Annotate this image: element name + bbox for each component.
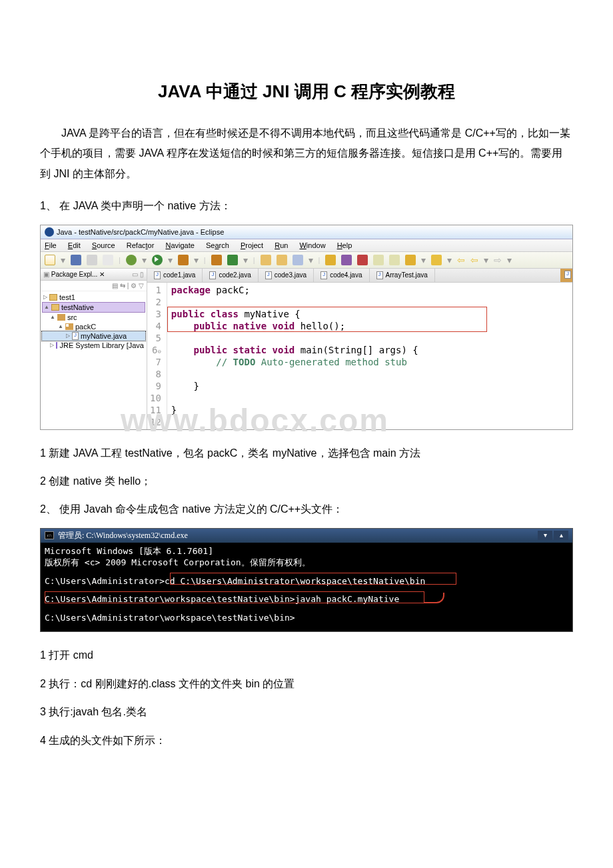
highlight-class-native [167, 307, 487, 332]
cmd-output: Microsoft Windows [版本 6.1.7601] 版权所有 <c>… [41, 543, 572, 632]
editor-tabs[interactable]: code1.java code2.java code3.java code4.j… [147, 269, 572, 283]
menu-run[interactable]: Run [275, 241, 288, 249]
new-icon[interactable] [45, 255, 55, 265]
tree-src[interactable]: ▲src [42, 313, 145, 322]
pin-icon[interactable] [431, 255, 442, 265]
step-1: 1、 在 JAVA 类中声明一个 native 方法： [40, 196, 573, 216]
fwd-icon[interactable]: ⇨ [494, 255, 502, 265]
cmd-icon: c:\ [45, 531, 54, 539]
annotation-icon[interactable] [373, 255, 384, 265]
tab-code3[interactable]: code3.java [259, 269, 314, 282]
note-2-1: 1 打开 cmd [40, 645, 573, 665]
tree-java-file[interactable]: ▷myNative.java [42, 331, 145, 341]
debug-icon[interactable] [126, 255, 137, 265]
dropdown-icon[interactable]: ▾ [421, 255, 426, 265]
arrow-annotation [424, 593, 444, 603]
search-icon[interactable] [325, 255, 336, 265]
intro-paragraph: JAVA 是跨平台的语言，但在有些时候还是不得不调用本地代码，而且这些代码通常是… [40, 123, 573, 184]
tab-code1[interactable]: code1.java [147, 269, 203, 282]
extrun-icon[interactable] [178, 255, 189, 265]
dropdown-icon[interactable]: ▾ [194, 255, 199, 265]
task-icon[interactable] [341, 255, 352, 265]
newclass-icon[interactable] [227, 255, 238, 265]
tree-project-testnative[interactable]: ▲testNative [42, 302, 145, 313]
line-gutter: 123456⊖789101112 [147, 283, 167, 429]
note-2-2: 2 执行：cd 刚刚建好的.class 文件的文件夹 bin 的位置 [40, 674, 573, 694]
newpkg-icon[interactable] [211, 255, 222, 265]
menu-help[interactable]: Help [337, 241, 352, 249]
eclipse-screenshot: Java - testNative/src/packC/myNative.jav… [40, 225, 573, 430]
menu-source[interactable]: Source [92, 241, 115, 249]
page-title: JAVA 中通过 JNI 调用 C 程序实例教程 [40, 80, 573, 103]
menu-edit[interactable]: Edit [68, 241, 81, 249]
menu-window[interactable]: Window [299, 241, 325, 249]
menu-search[interactable]: Search [206, 241, 229, 249]
highlight-javah [45, 591, 424, 603]
back-icon[interactable]: ⇦ [457, 255, 465, 265]
opentype-icon[interactable] [277, 255, 287, 265]
note-1-1: 1 新建 JAVA 工程 testNative，包名 packC，类名 myNa… [40, 443, 573, 463]
tab-code4[interactable]: code4.java [314, 269, 369, 282]
eclipse-menubar[interactable]: File Edit Source Refactor Navigate Searc… [41, 239, 572, 252]
editor-area: code1.java code2.java code3.java code4.j… [147, 269, 572, 429]
eclipse-titlebar: Java - testNative/src/packC/myNative.jav… [41, 225, 572, 239]
cmd-screenshot: c:\ 管理员: C:\Windows\system32\cmd.exe ▾ ▴… [40, 528, 573, 633]
nav-icon[interactable] [405, 255, 416, 265]
run-icon[interactable] [152, 255, 163, 265]
annotation2-icon[interactable] [389, 255, 400, 265]
saveall-icon[interactable] [87, 255, 97, 265]
tree-package[interactable]: ▲packC [42, 322, 145, 331]
cmd-titlebar: c:\ 管理员: C:\Windows\system32\cmd.exe ▾ ▴ [41, 529, 572, 543]
minimize-button[interactable]: ▾ [538, 531, 552, 540]
eclipse-icon [45, 227, 54, 237]
save-icon[interactable] [71, 255, 81, 265]
tab-code2[interactable]: code2.java [203, 269, 258, 282]
code-content[interactable]: package packC; public class myNative { p… [167, 283, 422, 429]
side-tab-label[interactable]: Package Expl... [51, 271, 97, 278]
dropdown-icon[interactable]: ▾ [61, 255, 65, 265]
dropdown-icon[interactable]: ▾ [308, 255, 313, 265]
highlight-cd-path [170, 573, 456, 585]
maximize-button[interactable]: ▴ [554, 531, 568, 540]
stop-icon[interactable] [357, 255, 368, 265]
explorer-toolbar[interactable]: ▤ ⇆ | ⚙ ▽ [41, 281, 147, 291]
note-1-2: 2 创建 native 类 hello； [40, 471, 573, 491]
dropdown-icon[interactable]: ▾ [447, 255, 452, 265]
wand-icon[interactable] [293, 255, 303, 265]
dropdown-icon[interactable]: ▾ [507, 255, 512, 265]
eclipse-window-title: Java - testNative/src/packC/myNative.jav… [57, 228, 224, 236]
dropdown-icon[interactable]: ▾ [484, 255, 488, 265]
openfolder-icon[interactable] [261, 255, 271, 265]
dropdown-icon[interactable]: ▾ [243, 255, 248, 265]
print-icon[interactable] [103, 255, 113, 265]
code-editor[interactable]: 123456⊖789101112 package packC; public c… [147, 283, 572, 429]
tab-more-icon[interactable] [560, 269, 572, 282]
cmd-title-text: 管理员: C:\Windows\system32\cmd.exe [58, 530, 188, 541]
cmd-line: C:\Users\Administrator\workspace\testNat… [45, 612, 568, 624]
menu-project[interactable]: Project [241, 241, 263, 249]
note-2-3: 3 执行:javah 包名.类名 [40, 702, 573, 722]
tree-project-test1[interactable]: ▷test1 [42, 293, 145, 302]
menu-file[interactable]: File [45, 241, 57, 249]
tab-arraytest[interactable]: ArrayTest.java [370, 269, 435, 282]
cmd-line: Microsoft Windows [版本 6.1.7601] [45, 545, 568, 557]
menu-navigate[interactable]: Navigate [165, 241, 194, 249]
back2-icon[interactable]: ⇦ [470, 255, 478, 265]
package-explorer[interactable]: ▣ Package Expl... ✕ ▭ ▯ ▤ ⇆ | ⚙ ▽ ▷test1… [41, 269, 147, 429]
tree-jre-lib[interactable]: ▷JRE System Library [Java [42, 341, 145, 350]
menu-refactor[interactable]: Refactor [127, 241, 155, 249]
cmd-line: 版权所有 <c> 2009 Microsoft Corporation。保留所有… [45, 557, 568, 569]
eclipse-toolbar[interactable]: ▾ | ▾ ▾ ▾ | ▾ | ▾ | ▾ ▾ ⇦ ⇦▾ ⇨▾ [41, 252, 572, 269]
dropdown-icon[interactable]: ▾ [142, 255, 147, 265]
note-2-4: 4 生成的头文件如下所示： [40, 731, 573, 751]
dropdown-icon[interactable]: ▾ [168, 255, 173, 265]
step-2: 2、 使用 Javah 命令生成包含 native 方法定义的 C/C++头文件… [40, 499, 573, 519]
